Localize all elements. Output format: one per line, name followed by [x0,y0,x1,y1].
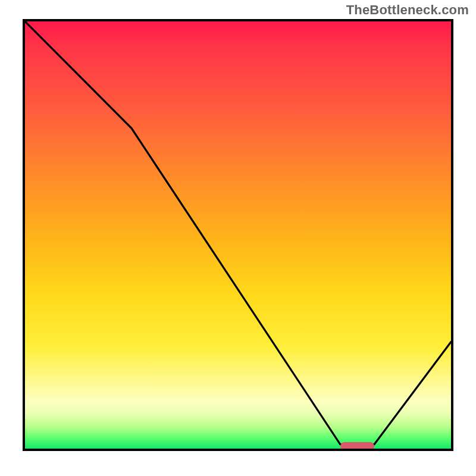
line-series-path [25,21,451,449]
chart-frame [23,19,453,451]
optimal-range-marker [340,442,374,450]
attribution-text: TheBottleneck.com [346,2,469,18]
